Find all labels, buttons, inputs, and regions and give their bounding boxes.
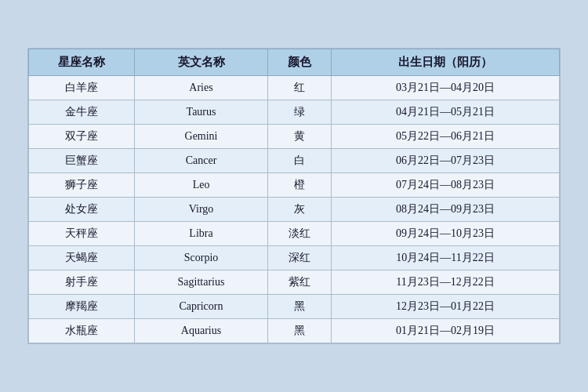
cell-chinese: 天蝎座 bbox=[29, 246, 135, 270]
cell-english: Libra bbox=[135, 222, 267, 246]
cell-english: Gemini bbox=[135, 125, 267, 149]
cell-color: 淡红 bbox=[267, 222, 331, 246]
cell-english: Taurus bbox=[135, 100, 267, 125]
table-row: 射手座Sagittarius紫红11月23日—12月22日 bbox=[29, 270, 560, 295]
cell-date: 04月21日—05月21日 bbox=[331, 100, 559, 125]
table-row: 天秤座Libra淡红09月24日—10月23日 bbox=[29, 222, 560, 246]
cell-color: 黑 bbox=[267, 319, 331, 343]
table-header-row: 星座名称 英文名称 颜色 出生日期（阳历） bbox=[29, 49, 560, 76]
cell-chinese: 水瓶座 bbox=[29, 319, 135, 343]
header-birth-date: 出生日期（阳历） bbox=[331, 49, 559, 76]
cell-color: 橙 bbox=[267, 173, 331, 198]
table-row: 狮子座Leo橙07月24日—08月23日 bbox=[29, 173, 560, 198]
cell-date: 09月24日—10月23日 bbox=[331, 222, 559, 246]
cell-chinese: 狮子座 bbox=[29, 173, 135, 198]
cell-chinese: 射手座 bbox=[29, 270, 135, 295]
cell-date: 07月24日—08月23日 bbox=[331, 173, 559, 198]
cell-date: 11月23日—12月22日 bbox=[331, 270, 559, 295]
zodiac-table-wrapper: 星座名称 英文名称 颜色 出生日期（阳历） 白羊座Aries红03月21日—04… bbox=[27, 48, 561, 344]
cell-color: 红 bbox=[267, 76, 331, 100]
cell-date: 12月23日—01月22日 bbox=[331, 295, 559, 319]
cell-english: Virgo bbox=[135, 198, 267, 222]
header-english-name: 英文名称 bbox=[135, 49, 267, 76]
cell-date: 05月22日—06月21日 bbox=[331, 125, 559, 149]
table-row: 双子座Gemini黄05月22日—06月21日 bbox=[29, 125, 560, 149]
cell-chinese: 白羊座 bbox=[29, 76, 135, 100]
cell-english: Scorpio bbox=[135, 246, 267, 270]
cell-english: Capricorn bbox=[135, 295, 267, 319]
cell-english: Aquarius bbox=[135, 319, 267, 343]
zodiac-table: 星座名称 英文名称 颜色 出生日期（阳历） 白羊座Aries红03月21日—04… bbox=[28, 49, 560, 343]
table-row: 巨蟹座Cancer白06月22日—07月23日 bbox=[29, 149, 560, 173]
cell-date: 08月24日—09月23日 bbox=[331, 198, 559, 222]
cell-chinese: 处女座 bbox=[29, 198, 135, 222]
cell-chinese: 双子座 bbox=[29, 125, 135, 149]
cell-chinese: 天秤座 bbox=[29, 222, 135, 246]
cell-english: Sagittarius bbox=[135, 270, 267, 295]
cell-date: 03月21日—04月20日 bbox=[331, 76, 559, 100]
cell-english: Aries bbox=[135, 76, 267, 100]
header-color: 颜色 bbox=[267, 49, 331, 76]
cell-english: Cancer bbox=[135, 149, 267, 173]
cell-chinese: 摩羯座 bbox=[29, 295, 135, 319]
cell-color: 紫红 bbox=[267, 270, 331, 295]
cell-english: Leo bbox=[135, 173, 267, 198]
cell-date: 10月24日—11月22日 bbox=[331, 246, 559, 270]
table-row: 处女座Virgo灰08月24日—09月23日 bbox=[29, 198, 560, 222]
cell-chinese: 巨蟹座 bbox=[29, 149, 135, 173]
table-row: 摩羯座Capricorn黑12月23日—01月22日 bbox=[29, 295, 560, 319]
cell-chinese: 金牛座 bbox=[29, 100, 135, 125]
cell-color: 黄 bbox=[267, 125, 331, 149]
table-row: 白羊座Aries红03月21日—04月20日 bbox=[29, 76, 560, 100]
cell-color: 白 bbox=[267, 149, 331, 173]
header-chinese-name: 星座名称 bbox=[29, 49, 135, 76]
table-row: 水瓶座Aquarius黑01月21日—02月19日 bbox=[29, 319, 560, 343]
cell-color: 深红 bbox=[267, 246, 331, 270]
table-row: 天蝎座Scorpio深红10月24日—11月22日 bbox=[29, 246, 560, 270]
cell-color: 灰 bbox=[267, 198, 331, 222]
cell-color: 绿 bbox=[267, 100, 331, 125]
cell-color: 黑 bbox=[267, 295, 331, 319]
cell-date: 01月21日—02月19日 bbox=[331, 319, 559, 343]
table-row: 金牛座Taurus绿04月21日—05月21日 bbox=[29, 100, 560, 125]
cell-date: 06月22日—07月23日 bbox=[331, 149, 559, 173]
